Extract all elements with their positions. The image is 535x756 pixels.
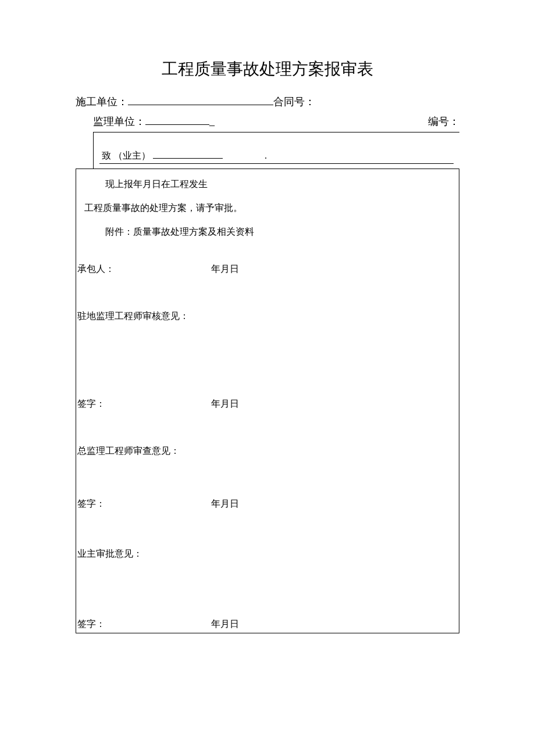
resident-engineer-sign-label: 签字：: [77, 398, 211, 410]
serial-no-field: 编号：: [428, 114, 459, 128]
resident-engineer-date: 年月日: [211, 398, 239, 410]
contractor-sign-row: 承包人： 年月日: [76, 252, 459, 299]
owner-sign-date: 年月日: [211, 618, 239, 630]
resident-engineer-opinion: 驻地监理工程师审核意见：: [76, 299, 459, 386]
owner-sign-label: 签字：: [77, 618, 211, 630]
construction-unit-label: 施工单位：: [76, 95, 128, 109]
chief-engineer-opinion: 总监理工程师审查意见：: [76, 433, 459, 486]
chief-engineer-sign-row: 签字： 年月日: [76, 486, 459, 536]
resident-engineer-label: 驻地监理工程师审核意见：: [77, 311, 189, 321]
to-owner-dot: .: [225, 151, 306, 161]
contractor-label: 承包人：: [77, 263, 211, 275]
owner-sign-row: 签字： 年月日: [76, 583, 459, 633]
attachment-line: 附件：质量事故处理方案及相关资料: [76, 221, 459, 252]
to-owner-row: 致 （业主） .: [99, 150, 454, 164]
header-row-1: 施工单位： 合同号：: [76, 95, 459, 109]
owner-approval-label: 业主审批意见：: [77, 549, 142, 558]
construction-unit-blank: [128, 95, 273, 105]
resident-engineer-sign-row: 签字： 年月日: [76, 386, 459, 433]
chief-engineer-sign-label: 签字：: [77, 498, 211, 510]
report-line-2: 工程质量事故的处理方案，请予审批。: [76, 198, 459, 221]
report-line-1: 现上报年月日在工程发生: [76, 169, 459, 198]
supervision-unit-blank: [145, 114, 209, 125]
underscore-trail: _: [209, 116, 215, 128]
chief-engineer-date: 年月日: [211, 498, 239, 510]
contract-no-label: 合同号：: [273, 95, 315, 109]
supervision-unit-label: 监理单位：: [93, 114, 145, 128]
to-owner-blank: [153, 151, 223, 159]
to-owner-label: 致 （业主）: [102, 150, 151, 162]
header-row-2: 监理单位： _ 编号：: [76, 114, 459, 128]
construction-unit-field: 施工单位：: [76, 95, 273, 109]
form-box: 致 （业主） . 现上报年月日在工程发生 工程质量事故的处理方案，请予审批。 附…: [76, 132, 459, 633]
to-owner-box: 致 （业主） .: [93, 132, 459, 169]
contractor-date: 年月日: [211, 263, 239, 275]
supervision-unit-field: 监理单位： _: [93, 114, 215, 128]
main-table: 现上报年月日在工程发生 工程质量事故的处理方案，请予审批。 附件：质量事故处理方…: [76, 169, 459, 633]
owner-approval-opinion: 业主审批意见：: [76, 536, 459, 583]
contract-no-field: 合同号：: [273, 95, 315, 109]
serial-no-label: 编号：: [428, 114, 459, 128]
chief-engineer-label: 总监理工程师审查意见：: [77, 446, 180, 456]
form-title: 工程质量事故处理方案报审表: [76, 58, 459, 80]
